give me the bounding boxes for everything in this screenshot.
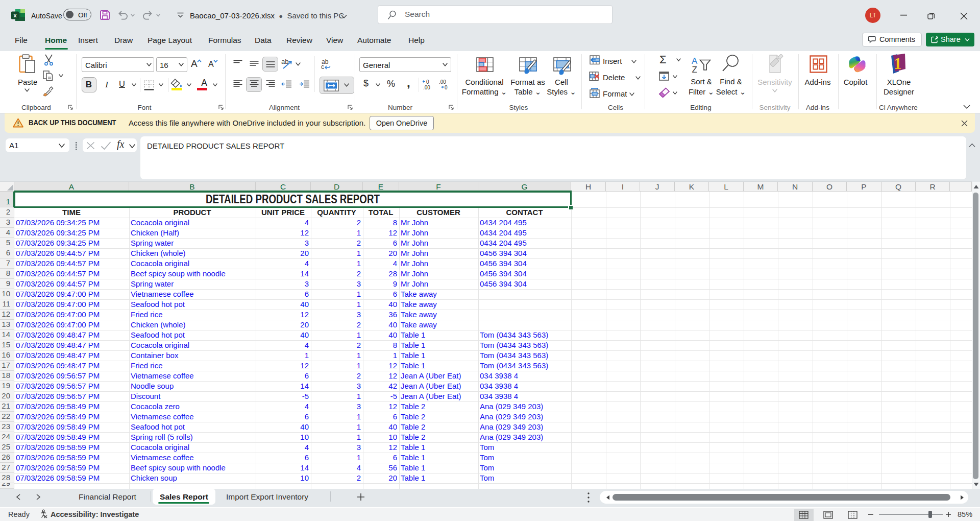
svg-text:0: 0 <box>426 79 429 85</box>
svg-text:1: 1 <box>894 55 902 73</box>
svg-text:0: 0 <box>445 85 448 90</box>
svg-text:.00: .00 <box>423 85 430 90</box>
svg-text:c: c <box>321 63 324 70</box>
svg-text:x: x <box>13 12 17 18</box>
svg-text:Z: Z <box>692 65 697 73</box>
svg-text:.00: .00 <box>439 79 446 85</box>
